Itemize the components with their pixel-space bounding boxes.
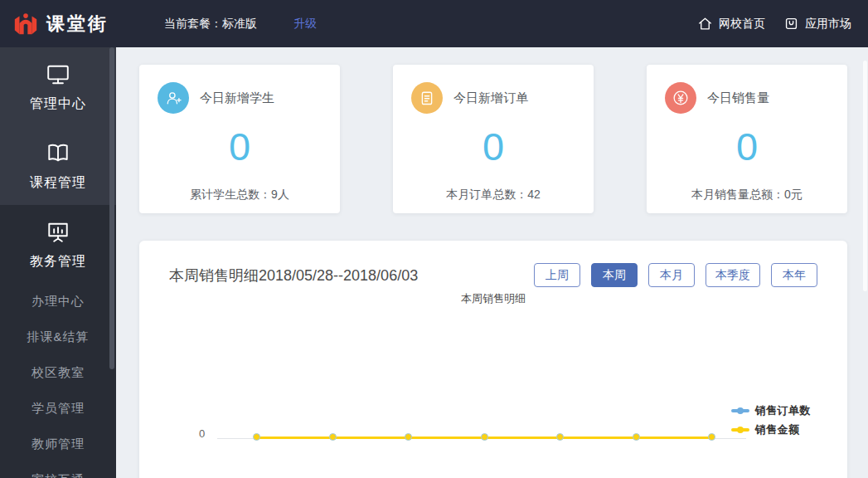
stat-card-value: 0 xyxy=(158,125,322,168)
sales-panel-title: 本周销售明细2018/05/28--2018/06/03 xyxy=(169,266,418,285)
stat-card-title: 今日新增订单 xyxy=(453,90,528,106)
tab-this-month[interactable]: 本月 xyxy=(648,263,695,287)
legend-marker-blue xyxy=(731,409,749,412)
chart-data-point xyxy=(253,433,260,441)
stat-card-footer: 本月订单总数：42 xyxy=(411,188,575,202)
sidebar-item-teacher-management[interactable]: 教师管理 xyxy=(0,427,116,462)
sidebar: 管理中心 课程管理 教务管理 办理中心 排课&结算 校区教室 学员管理 教师管理… xyxy=(0,47,116,478)
stat-card-footer: 累计学生总数：9人 xyxy=(158,188,322,202)
page-scrollbar[interactable] xyxy=(863,61,867,291)
stat-card-value: 0 xyxy=(665,125,829,168)
legend-label: 销售金额 xyxy=(755,422,800,437)
store-icon xyxy=(783,16,799,32)
stat-card-title: 今日新增学生 xyxy=(200,90,274,106)
sidebar-active-group: 教务管理 办理中心 排课&结算 校区教室 学员管理 教师管理 家校互通 xyxy=(0,205,116,478)
sidebar-item-campus-classrooms[interactable]: 校区教室 xyxy=(0,355,116,391)
chart-data-point xyxy=(556,433,564,441)
sidebar-item-processing-center[interactable]: 办理中心 xyxy=(0,284,116,319)
sidebar-item-course-management[interactable]: 课程管理 xyxy=(0,126,116,205)
sidebar-scrollbar[interactable] xyxy=(109,47,114,369)
tab-this-quarter[interactable]: 本季度 xyxy=(706,263,760,287)
nav-school-home-label: 网校首页 xyxy=(719,17,765,32)
home-icon xyxy=(697,16,713,32)
app-logo: 课堂街 xyxy=(0,11,124,37)
chart-legend: 销售订单数 销售金额 xyxy=(731,403,812,441)
sidebar-item-management-center[interactable]: 管理中心 xyxy=(0,47,116,126)
chart-data-point xyxy=(481,433,488,441)
order-icon xyxy=(411,82,443,114)
tab-this-year[interactable]: 本年 xyxy=(771,263,817,287)
stat-card-footer: 本月销售量总额：0元 xyxy=(665,188,829,202)
board-icon xyxy=(45,220,71,245)
book-icon xyxy=(45,141,71,166)
sidebar-item-label: 管理中心 xyxy=(30,95,86,113)
chart-data-point xyxy=(708,433,715,441)
sales-panel: 本周销售明细2018/05/28--2018/06/03 上周 本周 本月 本季… xyxy=(139,241,847,478)
current-plan-label: 当前套餐：标准版 xyxy=(164,17,257,32)
sidebar-submenu: 办理中心 排课&结算 校区教室 学员管理 教师管理 家校互通 xyxy=(0,284,116,478)
logo-icon xyxy=(12,11,40,37)
nav-school-home[interactable]: 网校首页 xyxy=(697,16,765,32)
sidebar-item-student-management[interactable]: 学员管理 xyxy=(0,391,116,427)
stat-card-new-students: 今日新增学生 0 累计学生总数：9人 xyxy=(139,65,340,213)
nav-app-market[interactable]: 应用市场 xyxy=(783,16,851,32)
legend-item-sales-amount[interactable]: 销售金额 xyxy=(731,422,812,437)
legend-label: 销售订单数 xyxy=(755,403,812,418)
y-axis-tick: 0 xyxy=(199,427,205,440)
tab-this-week[interactable]: 本周 xyxy=(591,263,638,287)
sidebar-item-academic-management[interactable]: 教务管理 xyxy=(0,205,116,284)
chart-data-point xyxy=(633,433,640,441)
stat-card-title: 今日销售量 xyxy=(707,90,769,106)
legend-marker-yellow xyxy=(731,428,749,432)
sidebar-item-scheduling-settlement[interactable]: 排课&结算 xyxy=(0,319,116,355)
range-tabs: 上周 本周 本月 本季度 本年 xyxy=(534,263,817,287)
nav-app-market-label: 应用市场 xyxy=(805,17,851,32)
stat-card-sales: 今日销售量 0 本月销售量总额：0元 xyxy=(647,65,847,213)
chart-title: 本周销售明细 xyxy=(169,291,817,306)
tab-last-week[interactable]: 上周 xyxy=(534,263,580,287)
stat-cards-row: 今日新增学生 0 累计学生总数：9人 今日新增订单 0 本月订单总数：42 xyxy=(116,47,868,213)
chart-data-point xyxy=(405,433,412,441)
add-student-icon xyxy=(158,82,189,114)
chart-data-point xyxy=(329,433,337,441)
top-header: 课堂街 当前套餐：标准版 升级 网校首页 应用市场 xyxy=(0,0,868,47)
data-points xyxy=(253,433,715,441)
stat-card-new-orders: 今日新增订单 0 本月订单总数：42 xyxy=(393,65,594,213)
legend-item-order-count[interactable]: 销售订单数 xyxy=(731,403,812,418)
upgrade-link[interactable]: 升级 xyxy=(293,17,317,32)
sales-chart: 本周销售明细 0 销售订单数 销售金额 xyxy=(169,291,817,478)
monitor-icon xyxy=(45,62,71,87)
sidebar-item-label: 课程管理 xyxy=(30,174,86,192)
sidebar-item-label: 教务管理 xyxy=(30,253,86,271)
yuan-icon xyxy=(665,82,696,114)
sidebar-item-home-school[interactable]: 家校互通 xyxy=(0,462,116,478)
stat-card-value: 0 xyxy=(411,125,575,168)
main-content: 今日新增学生 0 累计学生总数：9人 今日新增订单 0 本月订单总数：42 xyxy=(116,47,868,478)
logo-text: 课堂街 xyxy=(46,12,109,37)
